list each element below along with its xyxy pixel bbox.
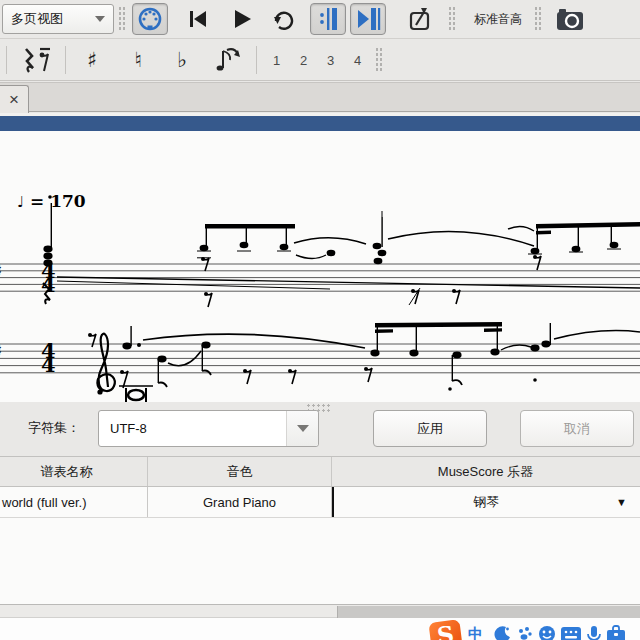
midi-input-button[interactable]	[132, 3, 168, 35]
chevron-down-icon	[297, 425, 309, 432]
key-signature-sharp: ♯	[0, 261, 2, 281]
pan-playback-icon	[354, 5, 382, 33]
charset-label: 字符集：	[28, 419, 80, 437]
flip-direction-button[interactable]	[208, 44, 244, 76]
header-staff-name: 谱表名称	[0, 457, 148, 486]
flat-button[interactable]: ♭	[162, 48, 202, 72]
night-mode-icon[interactable]	[494, 625, 512, 640]
scrollbar-thumb[interactable]	[337, 606, 640, 618]
pan-playback-button[interactable]	[350, 3, 386, 35]
view-mode-label: 多页视图	[11, 10, 63, 28]
chevron-down-icon	[95, 16, 105, 22]
header-musescore-instrument: MuseScore 乐器	[332, 457, 639, 486]
midi-input-icon	[136, 5, 164, 33]
edit-button[interactable]	[402, 3, 438, 35]
edit-icon	[407, 6, 433, 32]
concert-pitch-button[interactable]: 标准音高	[468, 11, 528, 28]
instrument-value: 钢琴	[474, 493, 500, 511]
rest-button[interactable]	[19, 44, 55, 76]
key-signature-sharp: ♯	[0, 341, 2, 361]
score-page[interactable]: ♩ = 170 ♯ 4 4 ♯ 4 4	[0, 131, 640, 402]
play-icon	[229, 6, 255, 32]
staff1-notes	[43, 195, 640, 307]
emoji-icon[interactable]	[538, 625, 556, 640]
score-tab-bar: ×	[0, 82, 640, 112]
sharp-button[interactable]: ♯	[72, 48, 112, 72]
toolbox-icon[interactable]	[606, 625, 626, 640]
image-capture-button[interactable]	[552, 3, 588, 35]
rewind-icon	[185, 6, 211, 32]
repeat-button[interactable]	[310, 3, 346, 35]
tempo-text: = 170	[24, 191, 86, 211]
staff-table: 谱表名称 音色 MuseScore 乐器 world (full ver.) G…	[0, 456, 640, 604]
charset-value: UTF-8	[99, 421, 286, 436]
toolbar-drag-handle[interactable]	[375, 47, 383, 73]
chevron-down-icon[interactable]: ▼	[616, 496, 627, 508]
toolbar-drag-handle[interactable]	[118, 6, 126, 32]
toolbar-drag-handle[interactable]	[448, 6, 456, 32]
sogou-logo-icon[interactable]: S	[428, 619, 462, 640]
keyboard-icon[interactable]	[560, 625, 582, 640]
voice-2-button[interactable]: 2	[290, 53, 317, 68]
apply-button[interactable]: 应用	[373, 410, 487, 447]
tempo-marking[interactable]: ♩ = 170	[17, 191, 86, 211]
toolbar-drag-handle[interactable]	[534, 6, 542, 32]
table-header-row: 谱表名称 音色 MuseScore 乐器	[0, 456, 640, 487]
rest-icon	[20, 46, 54, 74]
view-mode-select[interactable]: 多页视图	[2, 4, 114, 34]
horizontal-scrollbar[interactable]	[0, 604, 640, 618]
rewind-button[interactable]	[180, 3, 216, 35]
cell-sound[interactable]: Grand Piano	[148, 487, 332, 517]
music-notation: ♯ 4 4 ♯ 4 4	[0, 131, 640, 402]
charset-select[interactable]: UTF-8	[98, 410, 319, 447]
charset-dialog-row: 字符集： UTF-8 应用 取消	[0, 402, 640, 456]
voice-3-button[interactable]: 3	[317, 53, 344, 68]
score-tab[interactable]: ×	[0, 85, 29, 113]
main-toolbar: 多页视图	[0, 0, 640, 39]
microphone-icon[interactable]	[586, 625, 602, 640]
loop-icon	[270, 5, 298, 33]
table-row[interactable]: world (full ver.) Grand Piano 钢琴 ▼	[0, 487, 640, 518]
paw-icon[interactable]	[516, 625, 534, 640]
charset-dropdown-button[interactable]	[286, 411, 318, 446]
repeat-barline-icon	[314, 5, 342, 33]
loop-playback-button[interactable]	[266, 3, 302, 35]
header-sound: 音色	[148, 457, 332, 486]
play-button[interactable]	[224, 3, 260, 35]
score-view-top-bar	[0, 116, 640, 131]
chinese-mode-icon[interactable]: 中	[468, 625, 483, 640]
close-icon[interactable]: ×	[9, 91, 19, 108]
camera-icon	[555, 7, 585, 31]
cell-staff-name[interactable]: world (full ver.)	[0, 487, 148, 517]
time-signature-bottom: 4	[41, 352, 56, 377]
ime-toolbar: S 中	[0, 618, 640, 640]
note-input-toolbar: ♯ ♮ ♭ 1 2 3 4	[0, 40, 640, 81]
cell-instrument[interactable]: 钢琴 ▼	[332, 487, 639, 517]
flip-direction-icon	[211, 46, 241, 74]
natural-button[interactable]: ♮	[118, 48, 158, 72]
staff2-notes	[88, 322, 640, 402]
voice-4-button[interactable]: 4	[344, 53, 371, 68]
voice-1-button[interactable]: 1	[263, 53, 290, 68]
cancel-button[interactable]: 取消	[520, 410, 634, 447]
